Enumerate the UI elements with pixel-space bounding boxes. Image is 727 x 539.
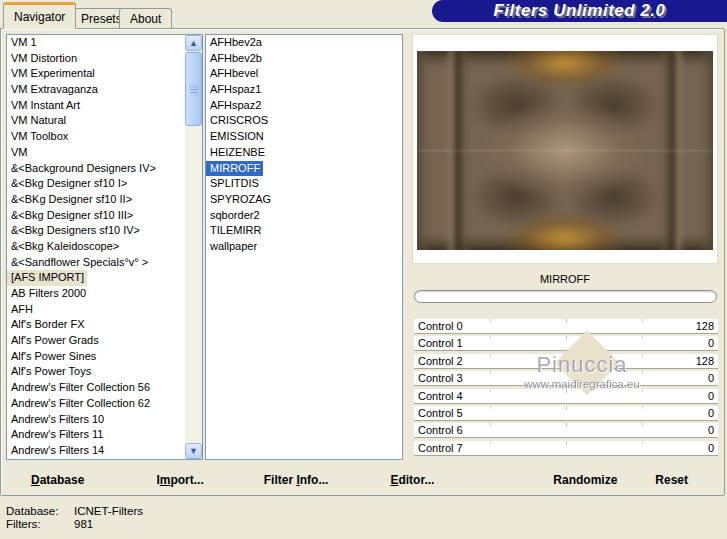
category-item[interactable]: &<Bkg Designers sf10 IV> [7,223,185,239]
control-label: Control 7 [418,442,463,454]
category-item[interactable]: Andrew's Filters 11 [7,427,185,443]
filter-item[interactable]: CRISCROS [206,113,402,129]
tab-navigator[interactable]: Navigator [3,2,76,29]
control-value: 0 [708,407,714,419]
category-item[interactable]: VM Natural [7,113,185,129]
category-item[interactable]: AFH [7,302,185,318]
filter-info-button[interactable]: Filter Info... [264,473,329,487]
control-label: Control 3 [418,372,463,384]
import-button[interactable]: Import... [156,473,203,487]
filter-item[interactable]: MIRROFF [206,161,263,177]
filter-item[interactable]: AFHbevel [206,66,402,82]
scrollbar-thumb[interactable] [185,52,202,126]
category-item[interactable]: &<BKg Designer sf10 II> [7,192,185,208]
category-item[interactable]: &<Bkg Designer sf10 I> [7,176,185,192]
category-item[interactable]: VM [7,145,185,161]
category-item[interactable]: &<Background Designers IV> [7,161,185,177]
controls: Control 0128Control 10Control 2128Contro… [414,319,718,458]
control-row: Control 30 [414,371,718,388]
control-row: Control 40 [414,389,718,406]
control-slider-track[interactable]: Control 70 [414,441,718,456]
filter-preview-image [417,51,713,250]
filter-item[interactable]: SPLITDIS [206,176,402,192]
category-item[interactable]: VM 1 [7,35,185,51]
control-row: Control 0128 [414,319,718,336]
preview-area [412,34,718,264]
bottom-toolbar: Database Import... Filter Info... Editor… [3,465,724,495]
progress-bar [414,290,717,303]
category-item[interactable]: AB Filters 2000 [7,286,185,302]
control-row: Control 50 [414,406,718,423]
category-item[interactable]: Alf's Border FX [7,317,185,333]
navigator-tab-page: VM 1VM DistortionVM ExperimentalVM Extra… [0,28,725,496]
filter-detail-panel: MIRROFF Control 0128Control 10Control 21… [412,34,720,487]
control-value: 0 [708,424,714,436]
control-slider-track[interactable]: Control 50 [414,406,718,421]
category-item[interactable]: VM Toolbox [7,129,185,145]
tab-about[interactable]: About [119,8,172,29]
control-value: 0 [708,390,714,402]
reset-button[interactable]: Reset [655,473,688,487]
category-item[interactable]: Andrew's Filter Collection 62 [7,396,185,412]
filter-item[interactable]: wallpaper [206,239,402,255]
randomize-button[interactable]: Randomize [553,473,617,487]
status-database-label: Database: [6,505,74,517]
control-row: Control 2128 [414,354,718,371]
category-item[interactable]: &<Sandflower Specials°v° > [7,255,185,271]
status-database: Database:ICNET-Filters [6,505,143,517]
category-item[interactable]: &<Bkg Kaleidoscope> [7,239,185,255]
editor-button[interactable]: Editor... [390,473,434,487]
control-row: Control 60 [414,423,718,440]
control-slider-track[interactable]: Control 30 [414,371,718,386]
preview-quadrant [565,151,713,251]
category-item[interactable]: VM Instant Art [7,98,185,114]
category-item[interactable]: Andrew's Filter Collection 56 [7,380,185,396]
filter-listbox: AFHbev2aAFHbev2bAFHbevelAFHspaz1AFHspaz2… [205,34,403,460]
filter-item[interactable]: EMISSION [206,129,402,145]
filter-item[interactable]: sqborder2 [206,208,402,224]
app-title: Filters Unlimited 2.0 [493,1,665,21]
category-item[interactable]: VM Distortion [7,51,185,67]
filters-unlimited-window: { "window": { "title": "Filters Unlimite… [0,0,727,539]
category-scrollbar[interactable]: ▲ ▼ [185,35,202,459]
control-value: 128 [696,355,714,367]
control-label: Control 2 [418,355,463,367]
category-listbox: VM 1VM DistortionVM ExperimentalVM Extra… [6,34,203,460]
category-item[interactable]: &<Bkg Designer sf10 III> [7,208,185,224]
filter-item[interactable]: AFHbev2a [206,35,402,51]
preview-quadrant [417,151,565,251]
filter-item[interactable]: TILEMIRR [206,223,402,239]
filter-item[interactable]: AFHspaz2 [206,98,402,114]
control-label: Control 6 [418,424,463,436]
control-slider-track[interactable]: Control 60 [414,423,718,438]
control-row: Control 70 [414,441,718,458]
status-filters: Filters:981 [6,518,93,530]
filter-item[interactable]: AFHbev2b [206,51,402,67]
filter-item[interactable]: AFHspaz1 [206,82,402,98]
category-item[interactable]: Andrew's Filters 10 [7,412,185,428]
category-item[interactable]: Andrew's Filters 14 [7,443,185,459]
control-value: 128 [696,320,714,332]
control-value: 0 [708,337,714,349]
scroll-down-icon[interactable]: ▼ [185,443,202,459]
control-value: 0 [708,372,714,384]
category-item[interactable]: Alf's Power Sines [7,349,185,365]
filter-item[interactable]: SPYROZAG [206,192,402,208]
control-slider-track[interactable]: Control 10 [414,336,718,351]
control-slider-track[interactable]: Control 0128 [414,319,718,334]
category-item[interactable]: [AFS IMPORT] [7,270,87,286]
filter-item[interactable]: HEIZENBE [206,145,402,161]
scroll-up-icon[interactable]: ▲ [185,35,202,51]
category-item[interactable]: VM Extravaganza [7,82,185,98]
control-label: Control 5 [418,407,463,419]
category-item[interactable]: Alf's Power Toys [7,364,185,380]
control-slider-track[interactable]: Control 2128 [414,354,718,369]
database-button[interactable]: Database [31,473,84,487]
category-item[interactable]: Alf's Power Grads [7,333,185,349]
control-label: Control 4 [418,390,463,402]
category-item[interactable]: VM Experimental [7,66,185,82]
category-items: VM 1VM DistortionVM ExperimentalVM Extra… [7,35,185,459]
selected-filter-name: MIRROFF [412,269,718,289]
preview-quadrant [565,51,713,151]
control-slider-track[interactable]: Control 40 [414,389,718,404]
